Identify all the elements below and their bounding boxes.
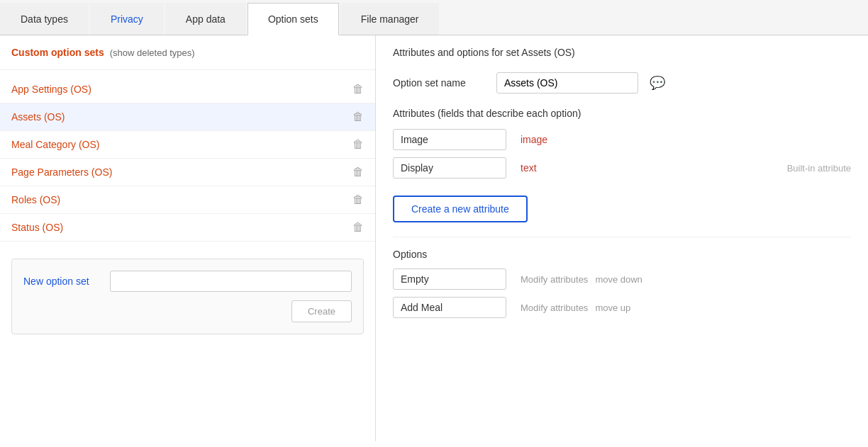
attr-name-display: Display [393,157,506,179]
trash-icon-assets[interactable]: 🗑 [352,111,364,123]
right-panel: Attributes and options for set Assets (O… [376,35,868,441]
trash-icon-status[interactable]: 🗑 [352,221,364,234]
tab-app-data[interactable]: App data [165,3,246,35]
show-deleted-link[interactable]: (show deleted types) [110,47,195,58]
option-list-item-assets[interactable]: Assets (OS)🗑 [0,103,375,131]
option-list-item-page-parameters[interactable]: Page Parameters (OS)🗑 [0,159,375,186]
trash-icon-page-parameters[interactable]: 🗑 [352,166,364,179]
attribute-row-display: Display text Built-in attribute [393,157,851,179]
modify-attributes-add-meal[interactable]: Modify attributes [521,302,588,313]
main-layout: Custom option sets (show deleted types) … [0,35,868,441]
attr-name-image: Image [393,129,506,150]
option-set-name-label: Option set name [393,77,485,89]
left-panel-header: Custom option sets (show deleted types) [0,47,375,70]
new-option-row: New option set [23,271,352,292]
opt-name-add-meal: Add Meal [393,297,506,318]
option-list-item-app-settings[interactable]: App Settings (OS)🗑 [0,76,375,103]
option-item-label-assets: Assets (OS) [11,111,65,123]
opt-actions-add-meal: Modify attributes move up [521,302,630,313]
option-item-label-meal-category: Meal Category (OS) [11,139,99,150]
opt-name-empty: Empty [393,268,506,290]
new-option-input[interactable] [110,271,352,292]
new-option-label: New option set [23,276,101,287]
create-option-set-button[interactable]: Create [291,300,352,322]
trash-icon-meal-category[interactable]: 🗑 [352,138,364,151]
option-set-name-input[interactable] [496,72,638,94]
tab-option-sets[interactable]: Option sets [247,3,339,35]
options-title: Options [393,249,851,260]
option-list-item-meal-category[interactable]: Meal Category (OS)🗑 [0,131,375,159]
option-list: App Settings (OS)🗑Assets (OS)🗑Meal Categ… [0,70,375,247]
modify-attributes-empty[interactable]: Modify attributes [521,274,588,285]
option-item-label-app-settings: App Settings (OS) [11,84,91,95]
move-up-add-meal[interactable]: move up [595,302,630,313]
option-row-empty: Empty Modify attributes move down [393,268,851,290]
move-down-empty[interactable]: move down [595,274,642,285]
tab-privacy[interactable]: Privacy [90,3,164,35]
option-list-item-status[interactable]: Status (OS)🗑 [0,214,375,242]
left-panel: Custom option sets (show deleted types) … [0,35,376,441]
attribute-row-image: Image image [393,129,851,150]
opt-actions-empty: Modify attributes move down [521,274,642,285]
option-item-label-roles: Roles (OS) [11,194,60,205]
attributes-section-label: Attributes (fields that describe each op… [393,108,851,119]
trash-icon-roles[interactable]: 🗑 [352,193,364,206]
create-attribute-button[interactable]: Create a new attribute [393,196,528,222]
option-row-add-meal: Add Meal Modify attributes move up [393,297,851,318]
attr-type-display: text [521,162,563,174]
attr-type-image: image [521,134,563,145]
tab-bar: Data typesPrivacyApp dataOption setsFile… [0,0,868,35]
trash-icon-app-settings[interactable]: 🗑 [352,83,364,96]
option-item-label-page-parameters: Page Parameters (OS) [11,166,112,178]
right-panel-title: Attributes and options for set Assets (O… [393,47,851,58]
attr-builtin-label: Built-in attribute [787,163,851,174]
comment-icon[interactable]: 💬 [650,75,665,91]
option-item-label-status: Status (OS) [11,222,63,233]
tab-data-types[interactable]: Data types [0,3,89,35]
option-list-item-roles[interactable]: Roles (OS)🗑 [0,186,375,214]
tab-file-manager[interactable]: File manager [340,3,440,35]
option-set-name-row: Option set name 💬 [393,72,851,94]
new-option-set-box: New option set Create [11,259,364,334]
custom-option-sets-label: Custom option sets [11,47,104,58]
options-section: Options Empty Modify attributes move dow… [393,237,851,318]
